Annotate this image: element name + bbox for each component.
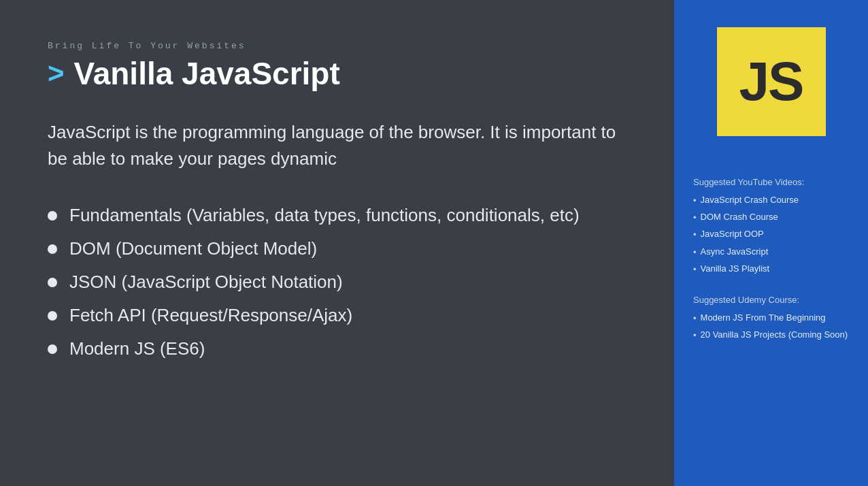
title-row: > Vanilla JavaScript: [48, 55, 633, 92]
youtube-heading: Suggested YouTube Videos:: [693, 177, 849, 187]
list-item-text: Modern JS (ES6): [69, 338, 205, 359]
bullet-icon: •: [693, 229, 697, 241]
suggestion-text[interactable]: JavaScript OOP: [701, 228, 764, 240]
bullet-icon: •: [693, 246, 697, 259]
bullet-list: Fundamentals (Variables, data types, fun…: [48, 205, 633, 359]
list-item: Fundamentals (Variables, data types, fun…: [48, 205, 633, 226]
bullet-icon: •: [693, 212, 697, 224]
list-item: •JavaScript Crash Course: [693, 194, 849, 207]
list-item: Modern JS (ES6): [48, 338, 633, 359]
list-item-text: DOM (Document Object Model): [69, 238, 317, 259]
list-item: Fetch API (Request/Response/Ajax): [48, 305, 633, 326]
suggestion-text[interactable]: 20 Vanilla JS Projects (Coming Soon): [701, 329, 848, 341]
sidebar: JS Suggested YouTube Videos: •JavaScript…: [674, 0, 868, 486]
bullet-icon: •: [693, 329, 697, 342]
list-item: •20 Vanilla JS Projects (Coming Soon): [693, 329, 849, 342]
list-item: •DOM Crash Course: [693, 211, 849, 224]
suggestion-text[interactable]: DOM Crash Course: [701, 211, 778, 223]
youtube-section: Suggested YouTube Videos: •JavaScript Cr…: [693, 177, 849, 276]
list-item-text: JSON (JavaScript Object Notation): [69, 272, 343, 293]
bullet-icon: •: [693, 263, 697, 276]
suggestion-text[interactable]: Modern JS From The Beginning: [701, 312, 826, 324]
list-item: •Async JavaScript: [693, 246, 849, 259]
suggestions-panel: Suggested YouTube Videos: •JavaScript Cr…: [688, 177, 854, 361]
udemy-heading: Suggested Udemy Course:: [693, 295, 849, 305]
main-panel: Bring Life To Your Websites > Vanilla Ja…: [0, 0, 674, 486]
description-text: JavaScript is the programming language o…: [48, 119, 633, 172]
suggestion-text[interactable]: JavaScript Crash Course: [701, 194, 799, 206]
udemy-section: Suggested Udemy Course: •Modern JS From …: [693, 295, 849, 342]
list-item: •Modern JS From The Beginning: [693, 312, 849, 325]
list-item-text: Fundamentals (Variables, data types, fun…: [69, 205, 580, 226]
list-item-text: Fetch API (Request/Response/Ajax): [69, 305, 352, 326]
subtitle: Bring Life To Your Websites: [48, 41, 633, 51]
js-logo-text: JS: [739, 50, 803, 113]
bullet-dot-icon: [48, 211, 57, 221]
js-logo: JS: [717, 27, 826, 136]
chevron-icon: >: [48, 59, 65, 88]
page-title: Vanilla JavaScript: [74, 55, 340, 92]
list-item: JSON (JavaScript Object Notation): [48, 272, 633, 293]
list-item: •Vanilla JS Playlist: [693, 263, 849, 276]
bullet-dot-icon: [48, 311, 57, 321]
bullet-icon: •: [693, 312, 697, 325]
list-item: DOM (Document Object Model): [48, 238, 633, 259]
suggestion-text[interactable]: Async JavaScript: [701, 246, 769, 258]
bullet-dot-icon: [48, 244, 57, 254]
bullet-dot-icon: [48, 278, 57, 287]
bullet-icon: •: [693, 195, 697, 207]
bullet-dot-icon: [48, 344, 57, 354]
suggestion-text[interactable]: Vanilla JS Playlist: [701, 263, 770, 275]
list-item: •JavaScript OOP: [693, 228, 849, 241]
